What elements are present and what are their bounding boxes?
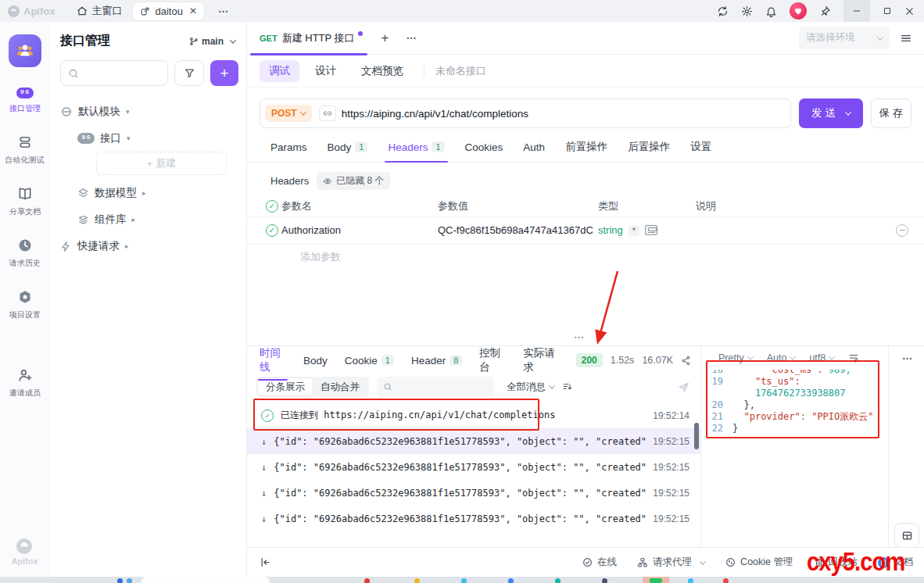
tree-search-input[interactable] [60, 60, 168, 86]
param-name[interactable]: Authorization [281, 224, 438, 236]
tab-headers[interactable]: Headers1 [388, 136, 444, 158]
tree-item-component-library[interactable]: 组件库 ▸ [60, 206, 238, 233]
sync-icon[interactable] [717, 5, 729, 17]
chevron-down-icon [829, 353, 835, 359]
param-type[interactable]: string [598, 224, 623, 236]
chevron-down-icon [299, 109, 306, 115]
tab-response-cookie[interactable]: Cookie1 [345, 355, 394, 367]
scrollbar-thumb[interactable] [694, 423, 699, 449]
tab-settings[interactable]: 设置 [690, 136, 711, 158]
tab-auth[interactable]: Auth [523, 136, 545, 158]
hidden-headers-badge[interactable]: 已隐藏 8 个 [317, 172, 390, 190]
splitter-drag-handle[interactable]: ⋯ [574, 331, 586, 343]
new-api-dashed-button[interactable]: + 新建 [96, 152, 227, 175]
message-filter-dropdown[interactable]: 全部消息 [507, 381, 554, 394]
auto-dropdown[interactable]: Auto [767, 352, 796, 363]
close-window-button[interactable] [904, 6, 915, 16]
api-tree-panel: 接口管理 main + 默认模块 ▾ 接口 ▾ + 新建 [49, 22, 247, 577]
share-response-icon[interactable] [681, 356, 691, 366]
docs-icon [878, 557, 889, 568]
pin-icon[interactable] [819, 5, 831, 17]
log-row-message[interactable]: ↓ {"id": "6926abad6c5232e963881f1e517785… [247, 506, 700, 531]
environment-selector[interactable]: 请选择环境 [799, 27, 890, 50]
minimize-button[interactable] [843, 0, 870, 22]
tab-console[interactable]: 控制台 [479, 346, 506, 374]
rail-item-request-history[interactable]: 请求历史 [0, 238, 49, 269]
tab-debug[interactable]: 调试 [260, 60, 299, 82]
word-wrap-icon[interactable] [848, 352, 859, 363]
log-row-connected[interactable]: ✓ 已连接到 https://aiping.cn/api/v1/chat/com… [247, 402, 700, 428]
tree-item-quick-request[interactable]: 快捷请求 ▸ [60, 233, 238, 259]
remove-row-icon[interactable] [896, 224, 908, 237]
search-field[interactable] [84, 67, 160, 79]
rail-item-api-management[interactable]: 接口管理 [0, 88, 49, 114]
project-tab-daitou[interactable]: daitou ✕ [133, 2, 203, 20]
layout-split-button[interactable] [894, 523, 919, 548]
cookie-manager[interactable]: Cookie 管理 [725, 556, 793, 569]
segment-auto-merge[interactable]: 自动合并 [313, 378, 367, 395]
collapse-sidebar-icon[interactable] [260, 556, 271, 568]
tab-cookies[interactable]: Cookies [465, 136, 503, 158]
tree-item-default-module[interactable]: 默认模块 ▾ [60, 98, 238, 125]
filter-button[interactable] [174, 60, 204, 86]
tabstrip-more-icon[interactable]: ⋯ [406, 32, 417, 44]
tab-timeline[interactable]: 时间线 [260, 346, 286, 374]
maximize-button[interactable] [883, 6, 892, 16]
send-button[interactable]: 发 送 [799, 98, 863, 128]
pretty-dropdown[interactable]: Pretty [718, 352, 753, 363]
tab-design[interactable]: 设计 [306, 60, 346, 82]
close-tab-icon[interactable]: ✕ [189, 5, 197, 16]
request-proxy-menu[interactable]: 请求代理 [637, 556, 705, 569]
tab-body[interactable]: Body1 [328, 136, 368, 158]
recycle-bin[interactable]: 回收站 [814, 556, 858, 569]
log-row-message[interactable]: ↓ {"id": "6926abad6c5232e963881f1e517785… [247, 480, 700, 506]
sort-list-icon[interactable] [562, 381, 573, 392]
tab-response-body[interactable]: Body [303, 355, 328, 367]
segment-split-display[interactable]: 分条展示 [258, 378, 313, 395]
unsaved-dot [358, 31, 363, 36]
new-tab-button[interactable]: + [381, 30, 389, 46]
add-new-button[interactable]: + [210, 60, 238, 86]
param-value[interactable]: QC-f9c86f15b698a4747a41367dC [438, 224, 598, 236]
method-selector[interactable]: POST [265, 105, 312, 122]
tab-response-header[interactable]: Header8 [411, 355, 462, 367]
project-avatar[interactable] [9, 34, 41, 67]
home-window-button[interactable]: 主窗口 [77, 4, 122, 18]
tree-item-data-model[interactable]: 数据模型 ▸ [60, 180, 238, 206]
membership-heart-icon[interactable] [790, 2, 807, 20]
rail-item-share-docs[interactable]: 分享文档 [0, 186, 49, 217]
log-row-message[interactable]: ↓ {"id": "6926abad6c5232e963881f1e517785… [247, 454, 700, 480]
timeline-search-input[interactable] [377, 377, 494, 397]
rail-item-project-settings[interactable]: 项目设置 [0, 289, 49, 320]
link-icon[interactable] [319, 106, 336, 121]
tab-actual-request[interactable]: 实际请求 [523, 346, 558, 374]
tab-params[interactable]: Params [270, 136, 307, 158]
tab-post-actions[interactable]: 后置操作 [628, 136, 670, 158]
log-row-message[interactable]: ↓ {"id": "6926abad6c5232e963881f1e517785… [247, 428, 700, 454]
check-all-checkbox[interactable]: ✓ [266, 200, 278, 213]
save-button[interactable]: 保 存 [871, 98, 911, 128]
url-input[interactable] [342, 108, 790, 120]
editor-tab-active[interactable]: GET 新建 HTTP 接口 [247, 22, 375, 55]
branch-selector[interactable]: main [189, 36, 235, 47]
encoding-dropdown[interactable]: utf8 [809, 352, 834, 363]
send-plane-icon[interactable] [678, 381, 700, 393]
tree-item-api[interactable]: 接口 ▾ [60, 125, 238, 152]
add-param-button[interactable]: 添加参数 [300, 250, 341, 264]
rail-item-automated-testing[interactable]: 自动化测试 [0, 134, 49, 166]
viewer-more-icon[interactable]: ⋯ [902, 352, 913, 364]
timeline-search-field[interactable] [396, 381, 488, 392]
header-row-authorization[interactable]: ✓ Authorization QC-f9c86f15b698a4747a413… [247, 217, 924, 244]
tab-pre-actions[interactable]: 前置操作 [565, 136, 607, 158]
field-card-icon[interactable] [645, 225, 657, 235]
titlebar-more-icon[interactable]: ⋯ [218, 5, 229, 17]
notifications-bell-icon[interactable] [765, 5, 777, 17]
tab-doc-preview[interactable]: 文档预览 [352, 60, 413, 82]
hamburger-menu-icon[interactable] [894, 27, 918, 50]
json-code-block[interactable]: 18 "cost_ms": 989, 19 "ts_us": 176476273… [701, 370, 888, 526]
settings-gear-icon[interactable] [741, 5, 753, 17]
rail-item-invite-members[interactable]: 邀请成员 [0, 367, 49, 399]
online-status[interactable]: 在线 [582, 556, 617, 569]
row-checkbox[interactable]: ✓ [266, 224, 278, 237]
docs-item[interactable]: 文档 [878, 556, 913, 569]
